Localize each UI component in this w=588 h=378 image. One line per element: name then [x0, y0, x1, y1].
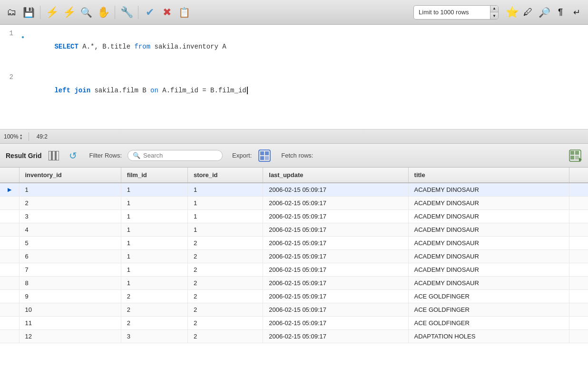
tools-icon[interactable]: 🔧 [119, 5, 134, 20]
lightning2-icon[interactable]: ⚡ [61, 5, 77, 20]
export-label: Export: [232, 152, 252, 159]
export-button[interactable] [257, 149, 272, 163]
col-title-header[interactable]: title [408, 168, 569, 183]
limit-arrow-down[interactable]: ▼ [490, 12, 498, 20]
cell-store_id: 2 [187, 237, 263, 250]
toolbar-right-icons: ⭐ 🖊 🔎 ¶ ↵ [504, 5, 584, 20]
search-input[interactable] [143, 152, 210, 159]
table-row[interactable]: 3112006-02-15 05:09:17ACADEMY DINOSAUR [0, 210, 588, 223]
row-indicator [0, 290, 19, 303]
limit-rows-label: Limit to 1000 rows [414, 5, 490, 20]
table-row[interactable]: 11222006-02-15 05:09:17ACE GOLDFINGER [0, 317, 588, 330]
cursor-position: 49:2 [37, 133, 48, 140]
limit-rows-arrows[interactable]: ▲ ▼ [490, 5, 498, 20]
line-dot-1: ● [19, 27, 27, 44]
fetch-rows-button[interactable] [568, 149, 582, 163]
row-indicator [0, 330, 19, 343]
cell-inventory_id: 2 [19, 197, 121, 210]
check-icon[interactable]: ✔ [142, 5, 157, 20]
sql-editor[interactable]: 1 ● SELECT A.*, B.title from sakila.inve… [0, 25, 588, 129]
zoom-control[interactable]: 100% ▲ ▼ [4, 133, 23, 140]
zoom-arrows[interactable]: ▲ ▼ [20, 133, 23, 140]
find-icon[interactable]: 🔎 [537, 5, 552, 20]
search-box[interactable]: 🔍 [127, 150, 223, 161]
table-row[interactable]: 9222006-02-15 05:09:17ACE GOLDFINGER [0, 290, 588, 303]
new-file-icon[interactable]: 🗂 [4, 5, 19, 20]
table-row[interactable]: 12322006-02-15 05:09:17ADAPTATION HOLES [0, 330, 588, 343]
cell-film_id: 2 [121, 303, 187, 317]
cell-store_id: 2 [187, 317, 263, 330]
row-indicator [0, 303, 19, 317]
limit-arrow-up[interactable]: ▲ [490, 5, 498, 13]
result-grid-toolbar: Result Grid ↺ Filter Rows: 🔍 Export: Fet… [0, 144, 588, 168]
zoom-up-arrow[interactable]: ▲ [20, 133, 23, 137]
table-row[interactable]: 2112006-02-15 05:09:17ACADEMY DINOSAUR [0, 197, 588, 210]
save-icon[interactable]: 💾 [21, 5, 36, 20]
svg-rect-12 [575, 156, 579, 159]
svg-rect-7 [265, 156, 269, 160]
close-icon[interactable]: ✖ [159, 5, 175, 20]
stop-icon[interactable]: ✋ [96, 5, 111, 20]
result-table-wrapper[interactable]: inventory_id film_id store_id last_updat… [0, 168, 588, 378]
cell-title: ADAPTATION HOLES [408, 330, 569, 343]
refresh-icon[interactable]: ↺ [66, 149, 79, 162]
cell-inventory_id: 3 [19, 210, 121, 223]
svg-rect-1 [52, 151, 55, 160]
table-row[interactable]: 7122006-02-15 05:09:17ACADEMY DINOSAUR [0, 263, 588, 277]
cell-extra [569, 183, 588, 197]
cell-title: ACADEMY DINOSAUR [408, 277, 569, 290]
cell-last_update: 2006-02-15 05:09:17 [263, 237, 408, 250]
cell-title: ACE GOLDFINGER [408, 290, 569, 303]
cell-last_update: 2006-02-15 05:09:17 [263, 290, 408, 303]
col-film-id-header[interactable]: film_id [121, 168, 187, 183]
wrap-icon[interactable]: ↵ [569, 5, 584, 20]
svg-rect-2 [56, 151, 59, 160]
table-row[interactable]: 5122006-02-15 05:09:17ACADEMY DINOSAUR [0, 237, 588, 250]
cell-store_id: 2 [187, 290, 263, 303]
cell-title: ACE GOLDFINGER [408, 303, 569, 317]
zoom-down-arrow[interactable]: ▼ [20, 137, 23, 140]
invisible-chars-icon[interactable]: ¶ [553, 5, 568, 20]
line-content-2: left join sakila.film B on A.film_id = B… [27, 70, 588, 110]
cell-title: ACADEMY DINOSAUR [408, 237, 569, 250]
bookmark-icon[interactable]: ⭐ [504, 5, 519, 20]
cell-last_update: 2006-02-15 05:09:17 [263, 210, 408, 223]
cell-store_id: 2 [187, 263, 263, 277]
editor-line-1: 1 ● SELECT A.*, B.title from sakila.inve… [0, 25, 588, 69]
limit-rows-select[interactable]: Limit to 1000 rows ▲ ▼ [413, 5, 499, 20]
cell-last_update: 2006-02-15 05:09:17 [263, 317, 408, 330]
col-inventory-id-header[interactable]: inventory_id [19, 168, 121, 183]
cell-extra [569, 317, 588, 330]
toolbar-separator-2 [115, 6, 115, 19]
table-row[interactable]: 6122006-02-15 05:09:17ACADEMY DINOSAUR [0, 250, 588, 263]
grid-columns-icon[interactable] [47, 149, 60, 162]
table-row[interactable]: 4112006-02-15 05:09:17ACADEMY DINOSAUR [0, 223, 588, 237]
search-tool-icon[interactable]: 🔍 [78, 5, 94, 20]
status-bar: 100% ▲ ▼ 49:2 [0, 129, 588, 144]
cell-film_id: 2 [121, 290, 187, 303]
table-row[interactable]: 10222006-02-15 05:09:17ACE GOLDFINGER [0, 303, 588, 317]
zoom-value: 100% [4, 133, 19, 140]
table-row[interactable]: 8122006-02-15 05:09:17ACADEMY DINOSAUR [0, 277, 588, 290]
col-store-id-header[interactable]: store_id [187, 168, 263, 183]
script-icon[interactable]: 📋 [176, 5, 192, 20]
cell-film_id: 3 [121, 330, 187, 343]
cell-title: ACADEMY DINOSAUR [408, 250, 569, 263]
cell-last_update: 2006-02-15 05:09:17 [263, 277, 408, 290]
cell-film_id: 1 [121, 210, 187, 223]
cell-inventory_id: 1 [19, 183, 121, 197]
col-last-update-header[interactable]: last_update [263, 168, 408, 183]
table-row[interactable]: ▶1112006-02-15 05:09:17ACADEMY DINOSAUR [0, 183, 588, 197]
cell-inventory_id: 12 [19, 330, 121, 343]
beautify-icon[interactable]: 🖊 [520, 5, 536, 20]
cell-title: ACADEMY DINOSAUR [408, 197, 569, 210]
lightning1-icon[interactable]: ⚡ [44, 5, 59, 20]
col-extra-header [569, 168, 588, 183]
cell-film_id: 1 [121, 277, 187, 290]
cell-extra [569, 223, 588, 237]
cell-last_update: 2006-02-15 05:09:17 [263, 330, 408, 343]
cell-store_id: 1 [187, 183, 263, 197]
cell-inventory_id: 6 [19, 250, 121, 263]
fetch-rows-label: Fetch rows: [281, 152, 313, 159]
table-header-row: inventory_id film_id store_id last_updat… [0, 168, 588, 183]
